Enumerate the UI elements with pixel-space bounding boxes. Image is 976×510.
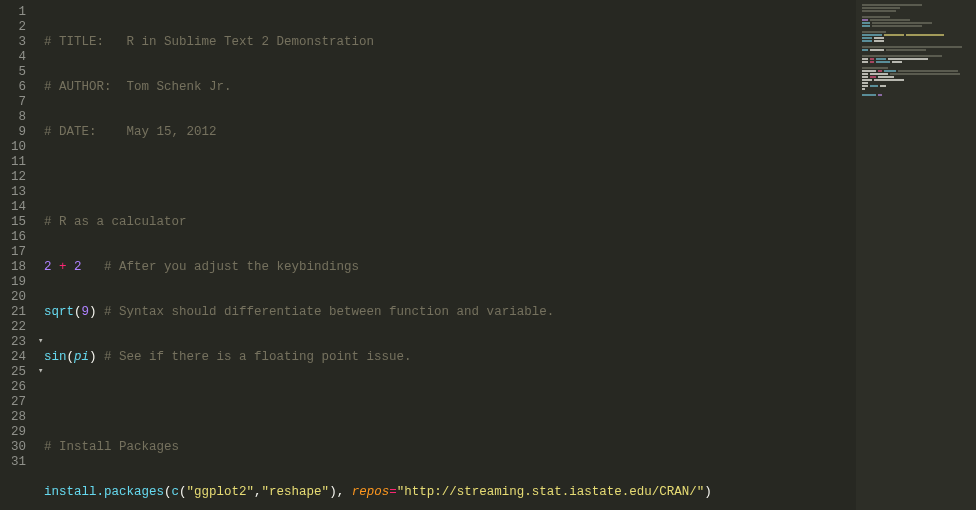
minimap-segment — [862, 37, 872, 39]
line-number: 2 — [6, 20, 26, 35]
minimap-segment — [880, 85, 886, 87]
code-line[interactable]: 2 + 2 # After you adjust the keybindings — [44, 260, 976, 275]
line-number: 18 — [6, 260, 26, 275]
minimap-segment — [862, 88, 865, 90]
minimap-segment — [870, 58, 874, 60]
line-number: 8 — [6, 110, 26, 125]
function-call: c — [172, 485, 180, 499]
fold-caret-icon[interactable]: ▾ — [38, 335, 43, 346]
editor-pane[interactable]: 1 2 3 4 5 6 7 8 9 10 11 12 13 14 15 16 1… — [0, 0, 976, 510]
line-number: 17 — [6, 245, 26, 260]
minimap-segment — [878, 94, 882, 96]
minimap-segment — [862, 46, 962, 48]
minimap-segment — [876, 61, 890, 63]
operator: = — [389, 485, 397, 499]
code-line[interactable]: # Install Packages — [44, 440, 976, 455]
line-number: 11 — [6, 155, 26, 170]
minimap[interactable] — [856, 0, 976, 510]
punct: ( — [74, 305, 82, 319]
line-number: 9 — [6, 125, 26, 140]
minimap-segment — [870, 49, 884, 51]
comment: # After you adjust the keybindings — [104, 260, 359, 274]
number: 2 — [74, 260, 82, 274]
line-number: 19 — [6, 275, 26, 290]
line-number: 30 — [6, 440, 26, 455]
line-number: 27 — [6, 395, 26, 410]
line-number: 14 — [6, 200, 26, 215]
minimap-segment — [870, 85, 878, 87]
function-call: sqrt — [44, 305, 74, 319]
minimap-segment — [876, 58, 886, 60]
minimap-segment — [862, 73, 868, 75]
comment: # R as a calculator — [44, 215, 187, 229]
minimap-segment — [862, 10, 896, 12]
line-number: 29 — [6, 425, 26, 440]
line-number-gutter: 1 2 3 4 5 6 7 8 9 10 11 12 13 14 15 16 1… — [0, 0, 36, 510]
minimap-segment — [870, 73, 888, 75]
comment: # TITLE: R in Sublime Text 2 Demonstrati… — [44, 35, 374, 49]
minimap-segment — [890, 73, 960, 75]
punct: ) — [89, 305, 104, 319]
minimap-segment — [862, 76, 868, 78]
line-number: 4 — [6, 50, 26, 65]
minimap-segment — [862, 61, 868, 63]
minimap-segment — [862, 67, 888, 69]
line-number: 23 — [6, 335, 26, 350]
minimap-segment — [878, 70, 882, 72]
line-number: 7 — [6, 95, 26, 110]
minimap-segment — [872, 22, 932, 24]
line-number: 12 — [6, 170, 26, 185]
minimap-segment — [862, 70, 876, 72]
comment: # See if there is a floating point issue… — [104, 350, 412, 364]
code-line[interactable]: sin(pi) # See if there is a floating poi… — [44, 350, 976, 365]
minimap-segment — [884, 34, 904, 36]
code-line[interactable]: # AUTHOR: Tom Schenk Jr. — [44, 80, 976, 95]
line-number: 3 — [6, 35, 26, 50]
line-number: 6 — [6, 80, 26, 95]
string: "ggplot2" — [187, 485, 255, 499]
string: "http://streaming.stat.iastate.edu/CRAN/… — [397, 485, 705, 499]
number: 2 — [44, 260, 52, 274]
line-number: 31 — [6, 455, 26, 470]
minimap-segment — [862, 55, 942, 57]
comment: # DATE: May 15, 2012 — [44, 125, 217, 139]
line-number: 10 — [6, 140, 26, 155]
minimap-segment — [874, 40, 884, 42]
minimap-segment — [870, 76, 876, 78]
punct: ( — [179, 485, 187, 499]
fold-caret-icon[interactable]: ▾ — [38, 365, 43, 376]
minimap-segment — [886, 49, 926, 51]
code-line[interactable]: # R as a calculator — [44, 215, 976, 230]
minimap-segment — [898, 70, 958, 72]
line-number: 25 — [6, 365, 26, 380]
operator: + — [52, 260, 75, 274]
minimap-segment — [862, 7, 900, 9]
minimap-segment — [862, 31, 886, 33]
text — [82, 260, 105, 274]
punct: ( — [164, 485, 172, 499]
code-line[interactable] — [44, 170, 976, 185]
line-number: 26 — [6, 380, 26, 395]
code-line[interactable]: # TITLE: R in Sublime Text 2 Demonstrati… — [44, 35, 976, 50]
code-line[interactable]: sqrt(9) # Syntax should differentiate be… — [44, 305, 976, 320]
minimap-segment — [862, 19, 868, 21]
minimap-segment — [862, 49, 868, 51]
minimap-segment — [862, 58, 868, 60]
line-number: 5 — [6, 65, 26, 80]
minimap-segment — [862, 85, 868, 87]
minimap-segment — [872, 25, 922, 27]
code-line[interactable]: # DATE: May 15, 2012 — [44, 125, 976, 140]
code-area[interactable]: # TITLE: R in Sublime Text 2 Demonstrati… — [36, 0, 976, 510]
minimap-segment — [862, 25, 870, 27]
minimap-segment — [862, 94, 876, 96]
line-number: 1 — [6, 5, 26, 20]
minimap-segment — [862, 82, 868, 84]
code-line[interactable]: install.packages(c("ggplot2","reshape"),… — [44, 485, 976, 500]
minimap-segment — [862, 22, 870, 24]
minimap-segment — [888, 58, 928, 60]
minimap-segment — [906, 34, 944, 36]
minimap-segment — [874, 37, 884, 39]
code-line[interactable] — [44, 395, 976, 410]
minimap-segment — [884, 70, 896, 72]
minimap-segment — [870, 19, 910, 21]
